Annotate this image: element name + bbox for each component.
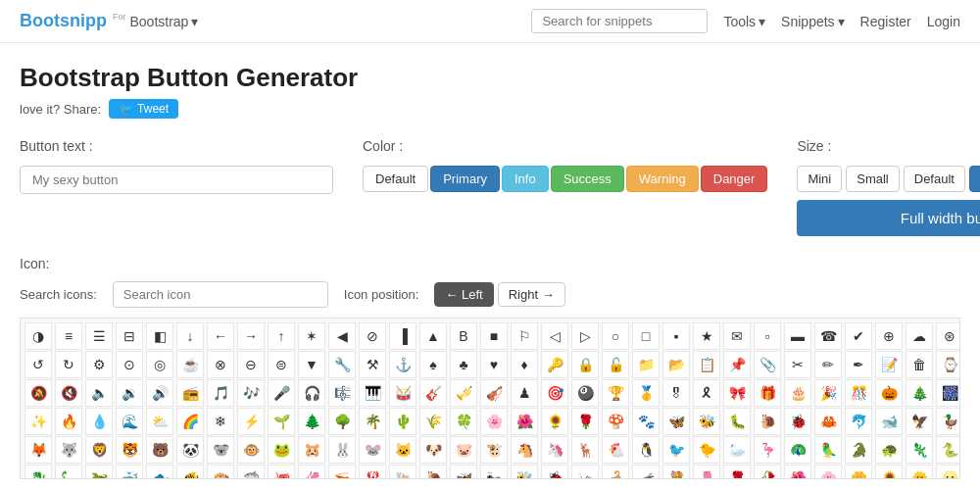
icon-cell[interactable]: 📎 [754,351,781,378]
icon-cell[interactable]: 🐡 [207,465,234,479]
icon-cell[interactable]: 🦅 [906,408,933,435]
icon-cell[interactable]: 🗑 [906,351,933,378]
login-link[interactable]: Login [927,14,960,29]
icon-cell[interactable]: 🐙 [268,465,295,479]
icon-cell[interactable]: 🐭 [359,436,386,464]
icon-cell[interactable]: 🦎 [906,436,933,464]
icon-cell[interactable]: 🌺 [784,465,811,479]
icon-cell[interactable]: 🎯 [541,379,568,407]
icon-cell[interactable]: ✉ [723,322,751,350]
color-btn-info[interactable]: Info [502,166,549,192]
icon-cell[interactable]: 🐞 [541,465,568,479]
icon-cell[interactable]: ⚓ [389,351,416,378]
icon-cell[interactable]: ✏ [814,351,842,378]
icon-cell[interactable]: 🎃 [875,379,903,407]
icon-cell[interactable]: ▫ [754,322,781,350]
icon-cell[interactable]: ⊕ [875,322,903,350]
icon-cell[interactable]: 🐝 [511,465,538,479]
icon-cell[interactable]: 🐧 [632,436,660,464]
icon-cell[interactable]: ⊛ [936,322,960,350]
icon-cell[interactable]: 🦖 [85,465,113,479]
icon-cell[interactable]: 🌵 [389,408,416,435]
icon-cell[interactable]: 🦈 [237,465,265,479]
snippets-menu[interactable]: Snippets ▾ [781,14,844,29]
icon-cell[interactable]: ▷ [571,322,599,350]
icon-cell[interactable]: ◧ [146,322,173,350]
icon-cell[interactable]: 🐱 [389,436,416,464]
icon-cell[interactable]: ✨ [24,408,52,435]
icon-cell[interactable]: 🔑 [541,351,568,378]
icon-cell[interactable]: 🐮 [480,436,508,464]
icon-cell[interactable]: 🌊 [116,408,143,435]
icon-cell[interactable]: 🎵 [207,379,234,407]
icon-cell[interactable]: 🦟 [632,465,660,479]
icon-cell[interactable]: 🐾 [632,408,660,435]
color-btn-danger[interactable]: Danger [701,166,768,192]
icon-cell[interactable]: 🔇 [55,379,82,407]
icon-cell[interactable]: 🐋 [875,408,903,435]
icon-cell[interactable]: ⚡ [237,408,265,435]
register-link[interactable]: Register [860,14,911,29]
icon-cell[interactable]: 🦚 [784,436,811,464]
tools-menu[interactable]: Tools ▾ [723,14,765,29]
icon-cell[interactable]: 🔒 [571,351,599,378]
icon-cell[interactable]: 📻 [176,379,204,407]
icon-cell[interactable]: 🌸 [814,465,842,479]
icon-cell[interactable]: 🌴 [359,408,386,435]
icon-cell[interactable]: 🎹 [359,379,386,407]
navbar-brand[interactable]: Bootsnipp [20,11,107,31]
icon-cell[interactable]: ☎ [814,322,842,350]
color-btn-primary[interactable]: Primary [430,166,500,192]
icon-cell[interactable]: ❄ [207,408,234,435]
icon-cell[interactable]: 🐝 [693,408,720,435]
icon-cell[interactable]: 🌼 [845,465,872,479]
icon-cell[interactable]: ✔ [845,322,872,350]
icon-cell[interactable]: 🐜 [480,465,508,479]
icon-cell[interactable]: 🎖 [662,379,690,407]
icon-pos-left-button[interactable]: ← Left [434,282,493,307]
icon-cell[interactable]: 🏆 [602,379,629,407]
icon-cell[interactable]: 🐛 [723,408,751,435]
icon-cell[interactable]: 📋 [693,351,720,378]
icon-cell[interactable]: 🌲 [298,408,325,435]
icon-cell[interactable]: 🌻 [875,465,903,479]
icon-cell[interactable]: 🦌 [571,436,599,464]
icon-cell[interactable]: 🦞 [359,465,386,479]
size-btn-default[interactable]: Default [904,166,965,192]
color-btn-default[interactable]: Default [363,166,428,192]
icon-cell[interactable]: ⊘ [359,322,386,350]
icon-cell[interactable]: 🦀 [814,408,842,435]
icon-cell[interactable]: ☁ [906,322,933,350]
icon-cell[interactable]: 🎀 [723,379,751,407]
icon-cell[interactable]: ⛅ [146,408,173,435]
icon-cell[interactable]: 🎼 [328,379,356,407]
icon-cell[interactable]: 🎄 [906,379,933,407]
icon-cell[interactable]: 🦢 [723,436,751,464]
icon-cell[interactable]: 🎤 [268,379,295,407]
icon-cell[interactable]: 💧 [85,408,113,435]
icon-cell[interactable]: 🐍 [936,436,960,464]
icon-cell[interactable]: 🎆 [936,379,960,407]
icon-cell[interactable]: 🐰 [328,436,356,464]
icon-cell[interactable]: 🎁 [754,379,781,407]
icon-cell[interactable]: 🐵 [237,436,265,464]
icon-cell[interactable]: ◎ [146,351,173,378]
icon-cell[interactable]: 📌 [723,351,751,378]
icon-cell[interactable]: 📁 [632,351,660,378]
icon-cell[interactable]: ♟ [511,379,538,407]
icon-cell[interactable]: ⊗ [207,351,234,378]
icon-cell[interactable]: ▬ [784,322,811,350]
icon-cell[interactable]: 🐼 [176,436,204,464]
icon-cell[interactable]: 🌻 [541,408,568,435]
icon-cell[interactable]: 🌳 [328,408,356,435]
icon-cell[interactable]: 🔓 [602,351,629,378]
icon-cell[interactable]: 🦁 [85,436,113,464]
icon-cell[interactable]: ♣ [450,351,477,378]
icon-cell[interactable]: 🎉 [814,379,842,407]
icon-cell[interactable]: 🐟 [146,465,173,479]
icon-cell[interactable]: ← [207,322,234,350]
icon-cell[interactable]: 🐉 [24,465,52,479]
icon-pos-right-button[interactable]: Right → [498,282,565,307]
icon-cell[interactable]: 🐸 [268,436,295,464]
icon-cell[interactable]: ↻ [55,351,82,378]
